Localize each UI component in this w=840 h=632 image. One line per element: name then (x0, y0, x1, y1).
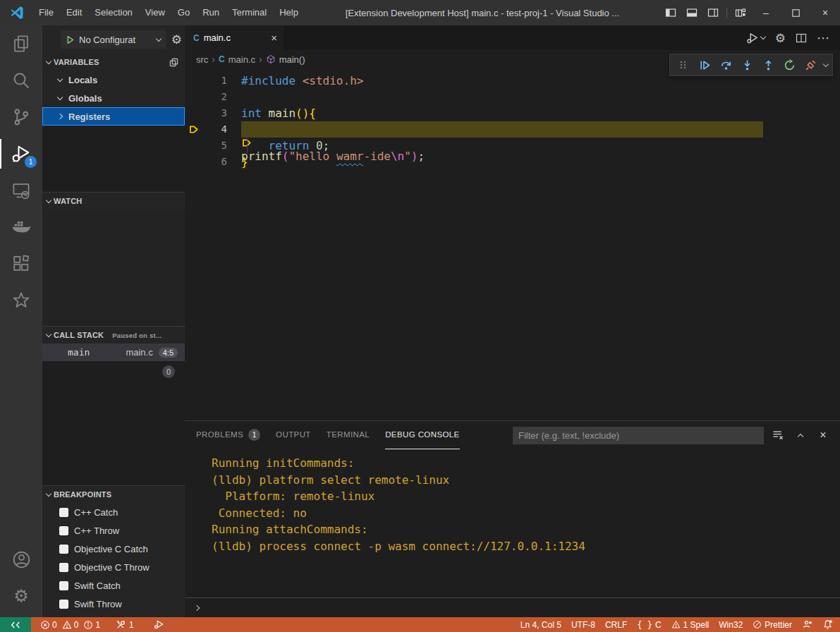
breakpoint-gutter[interactable] (185, 138, 203, 154)
close-panel-icon[interactable]: × (815, 427, 832, 444)
minimize-button[interactable]: – (751, 0, 781, 25)
checkbox-unchecked[interactable] (59, 508, 68, 517)
call-stack-frame[interactable]: main main.c 4:5 (42, 344, 185, 361)
settings-gear-icon[interactable]: ⚙ (0, 578, 42, 614)
problems-status[interactable]: 0 0 1 (35, 617, 105, 632)
activity-run-debug-icon[interactable]: 1 (0, 135, 42, 172)
activity-star-icon[interactable] (0, 282, 42, 319)
call-stack-header[interactable]: CALL STACK Paused on st... (42, 327, 185, 344)
run-or-debug-button[interactable] (746, 32, 765, 44)
eol-indicator[interactable]: CRLF (600, 617, 632, 632)
menu-terminal[interactable]: Terminal (226, 0, 273, 25)
breakpoint-gutter[interactable] (185, 73, 203, 89)
clear-console-icon[interactable] (769, 427, 786, 444)
variables-item-globals[interactable]: Globals (42, 89, 185, 107)
breakpoint-row[interactable]: Swift Throw (42, 595, 185, 613)
line-number[interactable]: 1 (203, 73, 227, 89)
console-filter-input[interactable] (513, 427, 764, 444)
menu-run[interactable]: Run (196, 0, 226, 25)
toggle-secondary-sidebar-icon[interactable] (702, 0, 724, 25)
step-into-button[interactable] (738, 56, 756, 74)
formatter-indicator[interactable]: Prettier (748, 617, 797, 632)
close-window-button[interactable]: × (810, 0, 840, 25)
tab-main-c[interactable]: C main.c × (185, 25, 285, 50)
disconnect-button[interactable] (801, 56, 820, 74)
more-actions-icon[interactable]: ⋯ (817, 30, 830, 46)
activity-explorer-icon[interactable] (0, 25, 42, 62)
checkbox-unchecked[interactable] (59, 600, 68, 609)
platform-indicator[interactable]: Win32 (714, 617, 748, 632)
code-text[interactable]: int main(){ (241, 105, 316, 121)
activity-docker-icon[interactable] (0, 209, 42, 245)
accounts-icon[interactable] (0, 541, 42, 578)
breakpoint-row[interactable]: C++ Throw (42, 521, 185, 540)
customize-layout-icon[interactable] (730, 0, 751, 25)
line-number[interactable]: 2 (203, 89, 227, 105)
menu-selection[interactable]: Selection (88, 0, 138, 25)
notifications-bell-icon[interactable] (817, 617, 840, 632)
ports-status[interactable]: 1 (111, 617, 139, 632)
breakpoint-row[interactable]: Swift Catch (42, 576, 185, 595)
code-line[interactable]: 3int main(){ (185, 105, 840, 121)
code-line[interactable]: 4 printf("hello wamr-ide\n"); (185, 121, 840, 138)
code-text[interactable]: #include <stdio.h> (241, 73, 363, 89)
breakpoint-row[interactable]: Objective C Throw (42, 558, 185, 576)
code-editor[interactable]: 1#include <stdio.h>23int main(){4 printf… (185, 68, 840, 420)
code-line[interactable]: 2 (185, 89, 840, 105)
breadcrumb-file[interactable]: main.c (229, 54, 255, 65)
breadcrumb-folder[interactable]: src (196, 54, 208, 65)
menu-help[interactable]: Help (273, 0, 305, 25)
encoding-indicator[interactable]: UTF-8 (566, 617, 600, 632)
feedback-icon[interactable] (797, 617, 817, 632)
debug-toolbar-more-icon[interactable] (823, 61, 829, 66)
copy-icon[interactable] (169, 57, 179, 68)
language-mode[interactable]: { } C (632, 617, 666, 632)
code-text[interactable]: return 0; (241, 138, 329, 154)
editor-settings-gear-icon[interactable]: ⚙ (775, 31, 786, 45)
breakpoint-gutter[interactable] (185, 154, 203, 170)
breakpoint-gutter[interactable] (185, 121, 203, 138)
debug-status-icon[interactable] (149, 617, 169, 632)
remote-indicator[interactable] (0, 617, 31, 632)
debug-config-dropdown[interactable]: No Configurat (61, 30, 166, 49)
drag-handle-icon[interactable] (674, 56, 693, 74)
tab-close-icon[interactable]: × (271, 32, 277, 44)
variables-item-locals[interactable]: Locals (42, 71, 185, 89)
watch-header[interactable]: WATCH (42, 193, 185, 209)
line-number[interactable]: 6 (203, 154, 227, 170)
breakpoint-gutter[interactable] (185, 89, 203, 105)
breakpoint-gutter[interactable] (185, 105, 203, 121)
checkbox-unchecked[interactable] (59, 581, 68, 590)
menu-file[interactable]: File (32, 0, 60, 25)
panel-tab-problems[interactable]: PROBLEMS 1 (196, 421, 260, 449)
panel-tab-debug-console[interactable]: DEBUG CONSOLE (385, 421, 460, 449)
activity-source-control-icon[interactable] (0, 99, 42, 135)
breakpoints-header[interactable]: BREAKPOINTS (42, 486, 185, 503)
step-out-button[interactable] (759, 56, 777, 74)
variables-header[interactable]: VARIABLES (42, 54, 185, 71)
line-number[interactable]: 3 (203, 105, 227, 121)
activity-extensions-icon[interactable] (0, 245, 42, 282)
toggle-sidebar-icon[interactable] (660, 0, 681, 25)
debug-console-input[interactable] (185, 597, 840, 617)
code-text[interactable]: } (241, 154, 248, 170)
panel-tab-output[interactable]: OUTPUT (276, 421, 311, 449)
launch-settings-gear-icon[interactable]: ⚙ (171, 32, 182, 47)
panel-tab-terminal[interactable]: TERMINAL (327, 421, 370, 449)
code-text[interactable]: printf("hello wamr-ide\n"); (241, 121, 763, 138)
checkbox-unchecked[interactable] (59, 545, 68, 554)
checkbox-unchecked[interactable] (59, 563, 68, 572)
menu-go[interactable]: Go (171, 0, 196, 25)
toggle-panel-icon[interactable] (681, 0, 702, 25)
menu-view[interactable]: View (139, 0, 171, 25)
maximize-button[interactable] (781, 0, 810, 25)
maximize-panel-icon[interactable] (792, 427, 809, 444)
spell-checker-status[interactable]: 1 Spell (666, 617, 714, 632)
line-number[interactable]: 5 (203, 138, 227, 154)
continue-button[interactable] (695, 56, 714, 74)
restart-button[interactable] (780, 56, 798, 74)
split-editor-icon[interactable] (796, 32, 807, 44)
breakpoint-row[interactable]: C++ Catch (42, 503, 185, 521)
breakpoint-row[interactable]: Objective C Catch (42, 540, 185, 558)
cursor-position[interactable]: Ln 4, Col 5 (516, 617, 566, 632)
